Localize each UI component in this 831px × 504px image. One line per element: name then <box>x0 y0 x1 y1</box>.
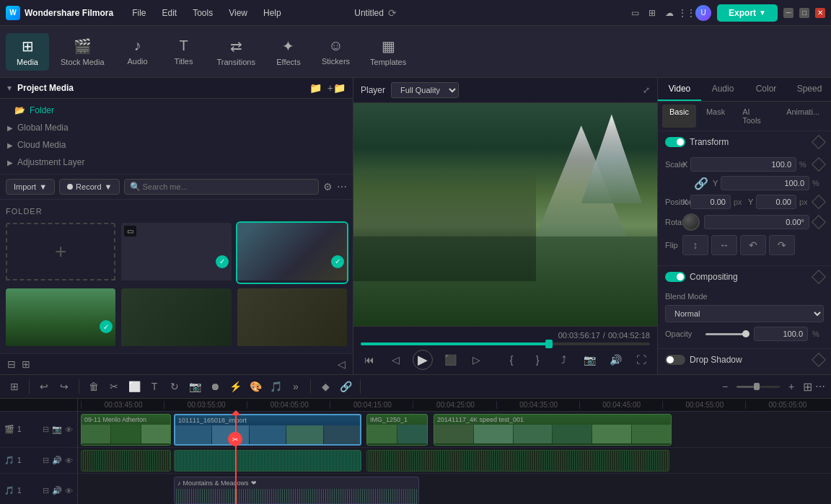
tool-transitions[interactable]: ⇄ Transitions <box>208 33 264 71</box>
opacity-input[interactable] <box>754 327 808 341</box>
frame-forward-icon[interactable]: ▷ <box>467 351 485 368</box>
tl-grid-icon[interactable]: ⊞ <box>803 380 812 394</box>
compositing-header[interactable]: Compositing <box>658 266 831 288</box>
tool-audio[interactable]: ♪ Audio <box>116 33 159 70</box>
record-button[interactable]: Record ▼ <box>59 179 120 195</box>
tool-stock-media[interactable]: 🎬 Stock Media <box>52 33 113 71</box>
menu-file[interactable]: File <box>125 5 153 21</box>
scale-x-input[interactable] <box>690 157 796 172</box>
menu-view[interactable]: View <box>221 5 255 21</box>
apps-icon[interactable]: ⋮⋮ <box>678 4 695 22</box>
compositing-toggle[interactable] <box>665 272 685 282</box>
tool-templates[interactable]: ▦ Templates <box>361 33 415 71</box>
more-options-icon[interactable]: ⋯ <box>337 181 347 193</box>
compositing-keyframe-icon[interactable] <box>812 270 826 284</box>
rotate-keyframe-icon[interactable] <box>812 215 826 229</box>
export-button[interactable]: Export ▼ <box>717 4 778 22</box>
tl-speed-icon[interactable]: ⚡ <box>227 378 244 395</box>
filter-icon[interactable]: ⚙ <box>323 181 333 193</box>
layout-grid-icon[interactable]: ⊞ <box>22 358 30 370</box>
folder-item-global[interactable]: ▶ Global Media <box>0 119 353 136</box>
media-item-vid4[interactable] <box>237 288 347 348</box>
volume-icon[interactable]: 🔊 <box>607 351 624 368</box>
tl-record-icon[interactable]: ⏺ <box>206 378 224 395</box>
tool-stickers[interactable]: ☺ Stickers <box>313 33 359 70</box>
tab-audio[interactable]: Audio <box>701 78 744 101</box>
fullscreen-icon[interactable]: ⛶ <box>633 351 650 368</box>
quality-select[interactable]: Full Quality <box>391 82 459 98</box>
tl-link-icon[interactable]: 🔗 <box>337 378 354 395</box>
scale-y-input[interactable] <box>721 176 809 190</box>
scale-keyframe-icon[interactable] <box>812 157 826 172</box>
tl-zoom-track[interactable] <box>737 386 780 388</box>
expand-player-icon[interactable]: ⤢ <box>643 85 650 95</box>
transform-toggle[interactable] <box>665 137 685 147</box>
media-item-vid2[interactable]: ✓ 101111_165018_import <box>6 288 115 348</box>
transform-keyframe-icon[interactable] <box>812 135 826 149</box>
opacity-slider[interactable] <box>705 333 749 335</box>
position-keyframe-icon[interactable] <box>812 195 826 209</box>
media-item-vid1[interactable]: ✓ 20141117_4K speed test_00... <box>237 223 347 283</box>
cloud-icon[interactable]: ☁ <box>661 4 678 22</box>
layout-list-icon[interactable]: ⊟ <box>7 358 16 370</box>
play-button[interactable]: ▶ <box>413 350 433 370</box>
tab-speed[interactable]: Speed <box>788 78 831 101</box>
link-scale-icon[interactable]: 🔗 <box>694 177 708 190</box>
panel-new-folder-icon[interactable]: +📁 <box>327 82 346 94</box>
monitor-icon[interactable]: ▭ <box>626 4 643 22</box>
blend-mode-select[interactable]: Normal <box>665 305 824 322</box>
search-input[interactable] <box>124 179 319 195</box>
tl-zoom-minus-icon[interactable]: − <box>716 378 734 395</box>
track-vol-m-icon[interactable]: 🔊 <box>52 486 62 495</box>
tool-effects[interactable]: ✦ Effects <box>267 33 310 71</box>
tl-cut-icon[interactable]: ✂ <box>105 378 123 395</box>
flip-ccw-button[interactable]: ↶ <box>740 235 766 255</box>
track-vol-icon[interactable]: 🔊 <box>52 456 62 465</box>
folder-item-cloud[interactable]: ▶ Cloud Media <box>0 136 353 154</box>
drop-shadow-keyframe-icon[interactable] <box>812 353 826 367</box>
minimize-button[interactable]: ─ <box>783 8 793 18</box>
tl-rotate-icon[interactable]: ↻ <box>166 378 183 395</box>
track-mute-video-icon[interactable]: 👁 <box>65 425 73 434</box>
menu-tools[interactable]: Tools <box>185 5 220 21</box>
menu-edit[interactable]: Edit <box>154 5 184 21</box>
tl-crop-icon[interactable]: ⬜ <box>126 378 143 395</box>
flip-vertical-button[interactable]: ↕ <box>682 235 708 255</box>
position-y-input[interactable] <box>756 195 796 209</box>
position-x-input[interactable] <box>690 195 731 209</box>
clip-101111[interactable]: 101111_165018_import <box>174 414 361 446</box>
skip-back-icon[interactable]: ⏮ <box>361 351 378 368</box>
tl-keyframe-icon[interactable]: ◆ <box>317 378 334 395</box>
progress-bar[interactable] <box>361 342 650 345</box>
folder-item-folder[interactable]: 📂 Folder <box>0 102 353 119</box>
frame-back-icon[interactable]: ◁ <box>387 351 404 368</box>
extract-icon[interactable]: ⤴ <box>555 351 572 368</box>
tl-zoom-plus-icon[interactable]: + <box>783 378 800 395</box>
tool-titles[interactable]: T Titles <box>162 33 206 70</box>
close-button[interactable]: ✕ <box>815 8 825 18</box>
tab-color[interactable]: Color <box>744 78 788 101</box>
track-lock-a-icon[interactable]: ⊟ <box>43 456 49 465</box>
avatar[interactable]: U <box>695 5 711 21</box>
sub-tab-basic[interactable]: Basic <box>662 105 696 128</box>
music-clip[interactable]: ♪ Mountains & Meadows ❤ <box>174 477 419 504</box>
tool-media[interactable]: ⊞ Media <box>6 33 49 71</box>
clip-menlo[interactable]: 09-11 Menlo Atherton <box>81 414 171 446</box>
track-camera-icon[interactable]: 📷 <box>52 425 62 434</box>
track-mute-m-icon[interactable]: 👁 <box>65 487 73 495</box>
drop-shadow-toggle[interactable] <box>665 355 685 365</box>
grid-icon[interactable]: ⊞ <box>643 4 661 22</box>
rotate-input[interactable] <box>704 215 809 229</box>
tl-audio-icon[interactable]: 🎵 <box>267 378 284 395</box>
sub-tab-animation[interactable]: Animati... <box>779 105 827 128</box>
clip-20141117[interactable]: 20141117_4K speed test_001 <box>434 414 672 446</box>
import-media-item[interactable]: + Import Media <box>6 223 115 283</box>
menu-help[interactable]: Help <box>256 5 289 21</box>
tl-text-icon[interactable]: T <box>146 378 163 395</box>
tl-color-icon[interactable]: 🎨 <box>247 378 264 395</box>
media-item-vid3[interactable] <box>121 288 231 348</box>
tl-redo-icon[interactable]: ↪ <box>56 378 73 395</box>
tab-video[interactable]: Video <box>658 78 701 101</box>
sub-tab-ai-tools[interactable]: AI Tools <box>735 105 776 128</box>
sub-tab-mask[interactable]: Mask <box>699 105 732 128</box>
